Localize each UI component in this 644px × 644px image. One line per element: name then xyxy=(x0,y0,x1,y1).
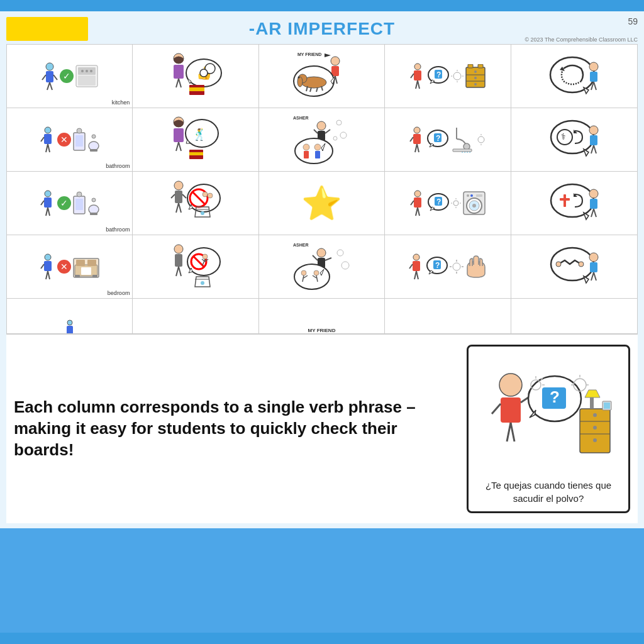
svg-line-185 xyxy=(591,209,594,217)
grid-row-5-partial: living room MY FRIEND xyxy=(7,299,637,334)
cell-2-3: ASHER xyxy=(259,108,385,171)
svg-rect-133 xyxy=(44,197,52,208)
svg-point-252 xyxy=(67,320,72,325)
cell-label-kitchen: kitchen xyxy=(112,99,130,106)
page-title: -AR IMPERFECT xyxy=(249,19,395,39)
svg-point-222 xyxy=(301,270,306,275)
grid-row-4: ✕ bedroom xyxy=(7,235,637,299)
svg-point-74 xyxy=(77,128,82,133)
svg-marker-62 xyxy=(584,87,589,94)
cell-2-4: ? xyxy=(385,108,511,171)
svg-rect-75 xyxy=(75,135,83,147)
svg-point-39 xyxy=(414,64,421,70)
cell-3-2 xyxy=(133,172,258,235)
svg-line-130 xyxy=(591,145,594,153)
svg-line-145 xyxy=(176,203,179,213)
svg-line-146 xyxy=(179,203,181,213)
svg-line-67 xyxy=(594,82,596,90)
svg-point-56 xyxy=(474,70,477,73)
cell-4-5 xyxy=(511,235,637,298)
svg-point-68 xyxy=(45,127,51,133)
cell-label-bathroom-2: bathroom xyxy=(106,226,130,233)
svg-rect-140 xyxy=(89,205,99,214)
svg-rect-253 xyxy=(67,326,73,334)
svg-line-15 xyxy=(179,79,181,87)
bottom-section: Each column corresponds to a single verb… xyxy=(6,335,638,523)
activity-grid: ✓ kitchen xyxy=(6,44,638,335)
svg-point-228 xyxy=(337,250,343,256)
svg-line-131 xyxy=(594,145,596,153)
svg-line-2 xyxy=(47,82,50,90)
svg-point-61 xyxy=(550,57,594,92)
svg-text:?: ? xyxy=(435,261,440,270)
example-card: ? xyxy=(467,345,630,513)
svg-rect-87 xyxy=(189,152,203,155)
svg-rect-249 xyxy=(590,262,597,272)
svg-line-186 xyxy=(594,209,596,217)
bottom-decorative-bar xyxy=(0,633,644,644)
svg-point-48 xyxy=(453,72,461,80)
svg-point-97 xyxy=(303,144,309,150)
svg-line-161 xyxy=(411,201,414,205)
svg-text:ASHER: ASHER xyxy=(293,116,309,120)
svg-rect-196 xyxy=(81,267,91,275)
svg-line-219 xyxy=(325,258,331,260)
card-illustration: ? xyxy=(475,353,622,474)
svg-line-82 xyxy=(179,142,181,151)
svg-line-135 xyxy=(48,208,50,216)
svg-point-138 xyxy=(77,192,82,197)
svg-line-218 xyxy=(313,255,318,260)
svg-point-199 xyxy=(174,245,183,253)
svg-point-33 xyxy=(297,77,303,87)
svg-point-89 xyxy=(317,121,326,130)
cell-1-1: ✓ kitchen xyxy=(7,45,133,108)
svg-text:MY FRIEND: MY FRIEND xyxy=(297,52,321,57)
cell-5-4 xyxy=(385,299,511,334)
svg-text:⚕: ⚕ xyxy=(561,131,566,142)
svg-marker-124 xyxy=(584,149,589,156)
svg-rect-181 xyxy=(560,198,570,201)
svg-rect-231 xyxy=(413,261,420,271)
cell-label-bathroom-1: bathroom xyxy=(106,163,130,169)
svg-point-157 xyxy=(414,191,421,197)
svg-line-147 xyxy=(171,194,175,198)
svg-point-132 xyxy=(45,191,51,197)
svg-point-248 xyxy=(589,253,598,262)
svg-rect-198 xyxy=(92,275,97,277)
svg-rect-142 xyxy=(90,213,97,215)
svg-point-156 xyxy=(201,211,204,215)
cell-3-5 xyxy=(511,172,637,235)
svg-rect-200 xyxy=(175,254,182,267)
svg-line-251 xyxy=(594,272,596,280)
svg-point-178 xyxy=(551,184,594,217)
svg-rect-194 xyxy=(76,260,85,266)
svg-rect-158 xyxy=(414,197,421,208)
svg-point-0 xyxy=(46,63,53,70)
svg-text:?: ? xyxy=(436,134,440,143)
svg-line-5 xyxy=(53,75,57,80)
svg-point-9 xyxy=(81,70,84,72)
svg-point-278 xyxy=(593,413,597,417)
svg-point-183 xyxy=(589,189,598,198)
svg-point-239 xyxy=(453,263,460,270)
svg-rect-65 xyxy=(590,72,597,82)
svg-rect-98 xyxy=(304,151,309,158)
svg-text:?: ? xyxy=(550,387,560,406)
cell-5-1: living room xyxy=(7,299,133,334)
svg-rect-60 xyxy=(478,64,483,68)
svg-line-259 xyxy=(511,423,514,441)
svg-point-99 xyxy=(314,144,321,150)
svg-line-4 xyxy=(42,75,46,80)
svg-point-120 xyxy=(478,136,484,143)
svg-rect-139 xyxy=(75,199,83,210)
svg-line-190 xyxy=(48,271,50,279)
cell-2-2: 🕺 xyxy=(133,108,258,171)
svg-point-176 xyxy=(470,194,473,197)
svg-line-260 xyxy=(492,404,501,414)
svg-marker-245 xyxy=(584,276,589,283)
svg-point-207 xyxy=(203,254,208,259)
cell-4-2 xyxy=(133,235,258,298)
svg-point-101 xyxy=(336,120,341,125)
cell-3-3: ⭐ xyxy=(259,172,385,235)
cell-4-3: ASHER xyxy=(259,235,385,298)
